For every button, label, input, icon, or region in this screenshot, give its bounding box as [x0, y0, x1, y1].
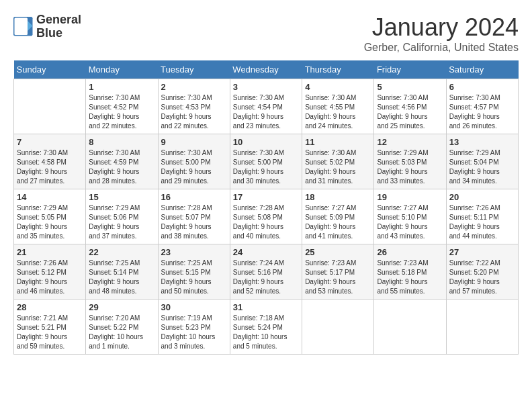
day-number: 5 — [377, 82, 443, 92]
calendar-cell: 10Sunrise: 7:30 AM Sunset: 5:00 PM Dayli… — [230, 134, 302, 189]
day-number: 31 — [233, 302, 299, 312]
day-info: Sunrise: 7:29 AM Sunset: 5:06 PM Dayligh… — [89, 203, 154, 241]
logo-line1: General — [36, 13, 81, 27]
col-header-monday: Monday — [86, 60, 158, 79]
calendar-cell: 29Sunrise: 7:20 AM Sunset: 5:22 PM Dayli… — [86, 300, 158, 355]
col-header-tuesday: Tuesday — [158, 60, 230, 79]
col-header-friday: Friday — [374, 60, 446, 79]
calendar-cell: 21Sunrise: 7:26 AM Sunset: 5:12 PM Dayli… — [14, 244, 86, 300]
day-number: 8 — [89, 137, 154, 147]
day-number: 12 — [377, 137, 443, 147]
week-row-2: 14Sunrise: 7:29 AM Sunset: 5:05 PM Dayli… — [14, 189, 519, 244]
day-number: 16 — [161, 192, 227, 202]
week-row-0: 1Sunrise: 7:30 AM Sunset: 4:52 PM Daylig… — [14, 79, 519, 134]
day-number: 28 — [17, 302, 83, 312]
logo: General Blue — [13, 13, 81, 40]
day-info: Sunrise: 7:21 AM Sunset: 5:21 PM Dayligh… — [17, 314, 83, 351]
day-info: Sunrise: 7:30 AM Sunset: 4:54 PM Dayligh… — [233, 93, 299, 131]
header-row: SundayMondayTuesdayWednesdayThursdayFrid… — [14, 60, 519, 79]
day-info: Sunrise: 7:29 AM Sunset: 5:04 PM Dayligh… — [449, 148, 515, 186]
calendar-cell: 19Sunrise: 7:27 AM Sunset: 5:10 PM Dayli… — [374, 189, 446, 244]
day-number: 13 — [449, 137, 515, 147]
calendar-table: SundayMondayTuesdayWednesdayThursdayFrid… — [13, 60, 519, 355]
calendar-cell: 11Sunrise: 7:30 AM Sunset: 5:02 PM Dayli… — [302, 134, 374, 189]
day-number: 29 — [89, 302, 154, 312]
calendar-cell: 16Sunrise: 7:28 AM Sunset: 5:07 PM Dayli… — [158, 189, 230, 244]
day-info: Sunrise: 7:29 AM Sunset: 5:03 PM Dayligh… — [377, 148, 443, 186]
day-number: 23 — [161, 247, 227, 257]
calendar-cell: 23Sunrise: 7:25 AM Sunset: 5:15 PM Dayli… — [158, 244, 230, 300]
day-number: 7 — [17, 137, 83, 147]
calendar-cell: 9Sunrise: 7:30 AM Sunset: 5:00 PM Daylig… — [158, 134, 230, 189]
day-info: Sunrise: 7:30 AM Sunset: 4:52 PM Dayligh… — [89, 93, 154, 131]
title-block: January 2024 Gerber, California, United … — [364, 13, 519, 54]
day-info: Sunrise: 7:25 AM Sunset: 5:14 PM Dayligh… — [89, 259, 154, 296]
calendar-cell: 25Sunrise: 7:23 AM Sunset: 5:17 PM Dayli… — [302, 244, 374, 300]
calendar-cell — [446, 300, 518, 355]
day-number: 4 — [305, 82, 371, 92]
logo-text: General Blue — [36, 13, 81, 40]
calendar-cell: 4Sunrise: 7:30 AM Sunset: 4:55 PM Daylig… — [302, 79, 374, 134]
calendar-cell: 24Sunrise: 7:24 AM Sunset: 5:16 PM Dayli… — [230, 244, 302, 300]
calendar-cell: 5Sunrise: 7:30 AM Sunset: 4:56 PM Daylig… — [374, 79, 446, 134]
calendar-cell: 8Sunrise: 7:30 AM Sunset: 4:59 PM Daylig… — [86, 134, 158, 189]
day-info: Sunrise: 7:30 AM Sunset: 4:59 PM Dayligh… — [89, 148, 154, 186]
day-info: Sunrise: 7:19 AM Sunset: 5:23 PM Dayligh… — [161, 314, 227, 351]
day-info: Sunrise: 7:25 AM Sunset: 5:15 PM Dayligh… — [161, 259, 227, 296]
calendar-cell: 2Sunrise: 7:30 AM Sunset: 4:53 PM Daylig… — [158, 79, 230, 134]
logo-line2: Blue — [36, 27, 81, 40]
day-number: 20 — [449, 192, 515, 202]
page-header: General Blue January 2024 Gerber, Califo… — [13, 13, 519, 54]
calendar-cell: 1Sunrise: 7:30 AM Sunset: 4:52 PM Daylig… — [86, 79, 158, 134]
week-row-3: 21Sunrise: 7:26 AM Sunset: 5:12 PM Dayli… — [14, 244, 519, 300]
calendar-cell: 6Sunrise: 7:30 AM Sunset: 4:57 PM Daylig… — [446, 79, 518, 134]
day-number: 24 — [233, 247, 299, 257]
day-number: 26 — [377, 247, 443, 257]
calendar-cell: 17Sunrise: 7:28 AM Sunset: 5:08 PM Dayli… — [230, 189, 302, 244]
day-number: 9 — [161, 137, 227, 147]
day-number: 19 — [377, 192, 443, 202]
svg-rect-2 — [15, 17, 28, 35]
calendar-cell — [374, 300, 446, 355]
day-number: 2 — [161, 82, 227, 92]
calendar-cell: 3Sunrise: 7:30 AM Sunset: 4:54 PM Daylig… — [230, 79, 302, 134]
day-info: Sunrise: 7:23 AM Sunset: 5:17 PM Dayligh… — [305, 259, 371, 296]
day-number: 25 — [305, 247, 371, 257]
calendar-cell: 14Sunrise: 7:29 AM Sunset: 5:05 PM Dayli… — [14, 189, 86, 244]
calendar-cell: 13Sunrise: 7:29 AM Sunset: 5:04 PM Dayli… — [446, 134, 518, 189]
day-info: Sunrise: 7:18 AM Sunset: 5:24 PM Dayligh… — [233, 314, 299, 351]
day-number: 27 — [449, 247, 515, 257]
day-info: Sunrise: 7:24 AM Sunset: 5:16 PM Dayligh… — [233, 259, 299, 296]
col-header-wednesday: Wednesday — [230, 60, 302, 79]
day-info: Sunrise: 7:30 AM Sunset: 5:00 PM Dayligh… — [161, 148, 227, 186]
calendar-cell: 18Sunrise: 7:27 AM Sunset: 5:09 PM Dayli… — [302, 189, 374, 244]
calendar-cell: 22Sunrise: 7:25 AM Sunset: 5:14 PM Dayli… — [86, 244, 158, 300]
calendar-cell: 7Sunrise: 7:30 AM Sunset: 4:58 PM Daylig… — [14, 134, 86, 189]
day-number: 18 — [305, 192, 371, 202]
day-info: Sunrise: 7:30 AM Sunset: 4:58 PM Dayligh… — [17, 148, 83, 186]
day-number: 30 — [161, 302, 227, 312]
calendar-cell: 15Sunrise: 7:29 AM Sunset: 5:06 PM Dayli… — [86, 189, 158, 244]
col-header-sunday: Sunday — [14, 60, 86, 79]
calendar-cell: 26Sunrise: 7:23 AM Sunset: 5:18 PM Dayli… — [374, 244, 446, 300]
day-info: Sunrise: 7:20 AM Sunset: 5:22 PM Dayligh… — [89, 314, 154, 351]
calendar-cell — [302, 300, 374, 355]
day-number: 14 — [17, 192, 83, 202]
day-number: 22 — [89, 247, 154, 257]
day-info: Sunrise: 7:28 AM Sunset: 5:08 PM Dayligh… — [233, 203, 299, 241]
calendar-cell: 20Sunrise: 7:26 AM Sunset: 5:11 PM Dayli… — [446, 189, 518, 244]
day-info: Sunrise: 7:30 AM Sunset: 4:56 PM Dayligh… — [377, 93, 443, 131]
calendar-cell: 28Sunrise: 7:21 AM Sunset: 5:21 PM Dayli… — [14, 300, 86, 355]
day-info: Sunrise: 7:23 AM Sunset: 5:18 PM Dayligh… — [377, 259, 443, 296]
day-number: 17 — [233, 192, 299, 202]
day-info: Sunrise: 7:30 AM Sunset: 4:57 PM Dayligh… — [449, 93, 515, 131]
day-info: Sunrise: 7:22 AM Sunset: 5:20 PM Dayligh… — [449, 259, 515, 296]
day-number: 15 — [89, 192, 154, 202]
calendar-cell: 27Sunrise: 7:22 AM Sunset: 5:20 PM Dayli… — [446, 244, 518, 300]
day-info: Sunrise: 7:27 AM Sunset: 5:10 PM Dayligh… — [377, 203, 443, 241]
calendar-cell: 12Sunrise: 7:29 AM Sunset: 5:03 PM Dayli… — [374, 134, 446, 189]
day-info: Sunrise: 7:28 AM Sunset: 5:07 PM Dayligh… — [161, 203, 227, 241]
day-info: Sunrise: 7:29 AM Sunset: 5:05 PM Dayligh… — [17, 203, 83, 241]
day-number: 1 — [89, 82, 154, 92]
calendar-cell: 31Sunrise: 7:18 AM Sunset: 5:24 PM Dayli… — [230, 300, 302, 355]
